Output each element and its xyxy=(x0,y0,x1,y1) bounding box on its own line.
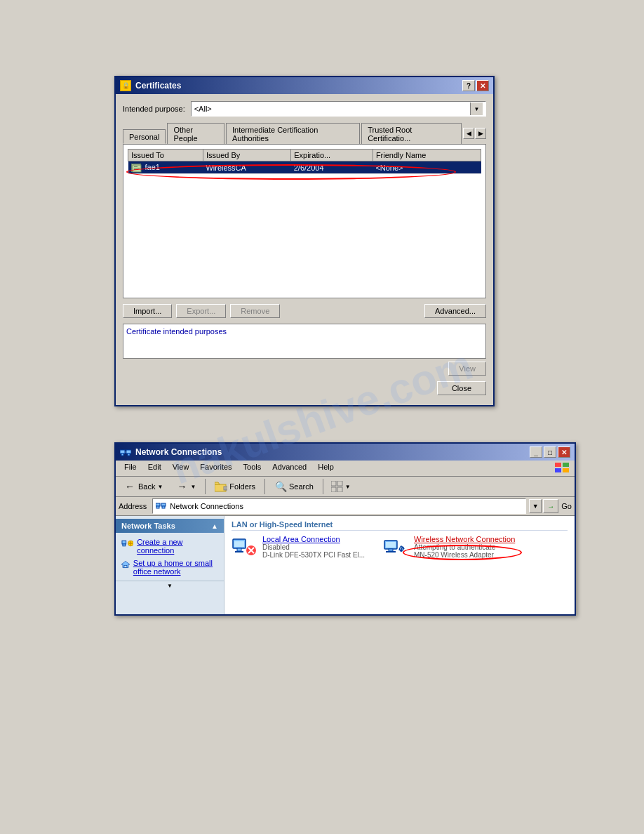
titlebar-left: 🔒 Certificates xyxy=(120,80,181,91)
search-btn[interactable]: 🔍 Search xyxy=(269,478,318,495)
close-title-button[interactable]: ✕ xyxy=(476,80,489,91)
sidebar-collapse-icon: ▲ xyxy=(211,522,218,530)
forward-dropdown-icon[interactable]: ▼ xyxy=(190,484,196,490)
lan-name[interactable]: Local Area Connection xyxy=(262,535,372,543)
svg-rect-43 xyxy=(386,551,396,552)
svg-rect-34 xyxy=(234,541,244,547)
tab-nav-arrows: ◀ ▶ xyxy=(463,128,486,139)
network-connections-window: Network Connections _ □ ✕ File Edit View… xyxy=(114,442,576,616)
svg-rect-20 xyxy=(331,487,336,492)
address-bar: Address Network Connections ▼ → Go xyxy=(116,497,575,516)
tab-personal[interactable]: Personal xyxy=(123,129,166,144)
intended-purpose-row: Intended purpose: <All> ▼ xyxy=(123,101,486,117)
address-field[interactable]: Network Connections xyxy=(152,498,526,514)
svg-rect-11 xyxy=(555,468,561,472)
tab-panel-personal: Issued To Issued By Expiratio... Friendl… xyxy=(123,144,486,298)
col-expiration: Expiratio... xyxy=(291,150,373,161)
back-dropdown-icon[interactable]: ▼ xyxy=(157,484,163,490)
menu-view[interactable]: View xyxy=(167,461,195,475)
menu-file[interactable]: File xyxy=(119,461,142,475)
back-icon: ← xyxy=(123,480,136,493)
intended-purpose-combobox[interactable]: <All> ▼ xyxy=(191,101,486,117)
netconn-main: LAN or High-Speed Internet xyxy=(224,516,575,614)
sidebar-scroll-down[interactable]: ▼ xyxy=(116,581,224,590)
svg-rect-6 xyxy=(126,450,131,454)
svg-rect-32 xyxy=(124,565,127,567)
import-button[interactable]: Import... xyxy=(123,304,172,318)
svg-rect-22 xyxy=(156,503,160,506)
help-button[interactable]: ? xyxy=(462,80,475,91)
netconn-close-button[interactable]: ✕ xyxy=(558,446,570,458)
sidebar-section-title: Network Tasks xyxy=(121,522,175,530)
certificates-dialog: 🔒 Certificates ? ✕ Intended purpose: <Al… xyxy=(114,76,495,406)
go-button[interactable]: → xyxy=(543,499,558,513)
search-icon: 🔍 xyxy=(274,480,287,493)
netconn-maximize-button[interactable]: □ xyxy=(544,446,556,458)
svg-rect-26 xyxy=(122,541,126,544)
combobox-arrow[interactable]: ▼ xyxy=(470,102,483,115)
table-row[interactable]: fae1 WirelessCA 2/6/2004 <None> xyxy=(128,161,481,174)
menu-tools[interactable]: Tools xyxy=(238,461,267,475)
netconn-menubar: File Edit View Favorites Tools Advanced … xyxy=(116,461,575,477)
view-button[interactable]: View xyxy=(448,362,486,376)
local-area-connection-item[interactable]: Local Area Connection Disabled D-Link DF… xyxy=(232,535,372,559)
address-dropdown-button[interactable]: ▼ xyxy=(529,499,542,513)
close-button[interactable]: Close xyxy=(437,381,486,395)
dialog-titlebar: 🔒 Certificates ? ✕ xyxy=(116,77,493,94)
svg-point-44 xyxy=(400,549,403,552)
netconn-minimize-button[interactable]: _ xyxy=(530,446,542,458)
views-button[interactable]: ▼ xyxy=(328,478,354,495)
svg-rect-12 xyxy=(563,468,569,472)
forward-button[interactable]: → ▼ xyxy=(170,478,201,495)
toolbar-sep-2 xyxy=(264,479,265,494)
sidebar-home-network[interactable]: Set up a home or small office network xyxy=(120,557,220,578)
col-friendly-name: Friendly Name xyxy=(373,150,481,161)
folders-icon xyxy=(215,480,227,493)
svg-marker-14 xyxy=(215,482,220,484)
svg-rect-18 xyxy=(331,481,336,486)
tab-other-people[interactable]: Other People xyxy=(167,123,224,145)
tab-trusted-root[interactable]: Trusted Root Certificatio... xyxy=(361,123,462,145)
svg-rect-23 xyxy=(156,506,159,508)
menu-edit[interactable]: Edit xyxy=(142,461,167,475)
toolbar-sep-1 xyxy=(205,479,206,494)
dialog-body: Intended purpose: <All> ▼ Personal Other… xyxy=(116,94,493,405)
back-button[interactable]: ← Back ▼ xyxy=(119,478,168,495)
netconn-sidebar: Network Tasks ▲ Create a new connection xyxy=(116,516,224,614)
netconn-content: Network Tasks ▲ Create a new connection xyxy=(116,516,575,614)
view-btn-row: View xyxy=(123,362,486,376)
svg-rect-42 xyxy=(389,549,393,551)
close-btn-row: Close xyxy=(123,381,486,395)
intended-purpose-label: Intended purpose: xyxy=(123,105,185,113)
sidebar-section-header[interactable]: Network Tasks ▲ xyxy=(116,519,224,533)
cert-expiration: 2/6/2004 xyxy=(291,161,373,174)
views-dropdown-arrow[interactable]: ▼ xyxy=(345,484,351,490)
dialog-title: Certificates xyxy=(135,81,181,91)
export-button[interactable]: Export... xyxy=(176,304,226,318)
svg-rect-9 xyxy=(555,463,561,467)
sidebar-create-connection[interactable]: Create a new connection xyxy=(120,536,220,557)
svg-rect-27 xyxy=(123,544,126,546)
folders-btn[interactable]: Folders xyxy=(210,478,260,495)
menu-advanced[interactable]: Advanced xyxy=(267,461,312,475)
views-icon xyxy=(331,480,344,493)
svg-rect-35 xyxy=(237,548,241,551)
menu-favorites[interactable]: Favorites xyxy=(194,461,237,475)
wireless-name[interactable]: Wireless Network Connection xyxy=(414,535,523,543)
tab-next-button[interactable]: ▶ xyxy=(475,128,486,139)
wireless-connection-item[interactable]: Wireless Network Connection Attempting t… xyxy=(383,535,523,559)
titlebar-buttons: ? ✕ xyxy=(462,80,489,91)
svg-rect-4 xyxy=(120,450,125,454)
remove-button[interactable]: Remove xyxy=(230,304,280,318)
scroll-down-icon: ▼ xyxy=(167,583,173,589)
svg-rect-3 xyxy=(134,169,138,170)
address-value: Network Connections xyxy=(170,502,243,510)
tab-intermediate-ca[interactable]: Intermediate Certification Authorities xyxy=(226,123,360,145)
cert-issued-by: WirelessCA xyxy=(203,161,290,174)
menu-help[interactable]: Help xyxy=(312,461,340,475)
cert-purposes-area: Certificate intended purposes xyxy=(123,324,486,359)
dialog-icon: 🔒 xyxy=(120,80,131,91)
tab-prev-button[interactable]: ◀ xyxy=(463,128,474,139)
advanced-button[interactable]: Advanced... xyxy=(424,304,486,318)
sidebar-section-content: Create a new connection Set up a home or… xyxy=(116,533,224,581)
